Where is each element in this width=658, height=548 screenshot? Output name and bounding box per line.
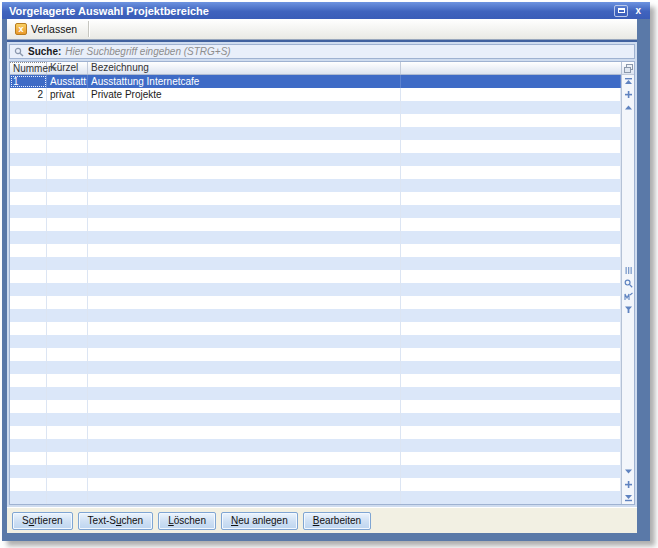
table-row[interactable]: [10, 478, 621, 491]
table-row[interactable]: [10, 127, 621, 140]
vertical-scrollbar[interactable]: [621, 62, 634, 504]
cell-kuerzel[interactable]: [47, 426, 88, 439]
table-row[interactable]: [10, 218, 621, 231]
scrollbar-grip[interactable]: [623, 265, 634, 276]
scroll-down-button[interactable]: [623, 479, 634, 490]
cell-rest[interactable]: [401, 296, 621, 309]
cell-nummer[interactable]: 2: [10, 88, 47, 101]
bearbeiten-button[interactable]: Bearbeiten: [303, 512, 371, 530]
cell-rest[interactable]: [401, 439, 621, 452]
table-row[interactable]: [10, 114, 621, 127]
cell-rest[interactable]: [401, 101, 621, 114]
grid-search-button[interactable]: [623, 278, 634, 289]
cell-rest[interactable]: [401, 348, 621, 361]
table-row[interactable]: [10, 452, 621, 465]
cell-bezeichnung[interactable]: [88, 114, 401, 127]
table-row[interactable]: [10, 322, 621, 335]
cell-rest[interactable]: [401, 166, 621, 179]
cell-nummer[interactable]: [10, 348, 47, 361]
cell-rest[interactable]: [401, 465, 621, 478]
table-row[interactable]: [10, 348, 621, 361]
cell-nummer[interactable]: [10, 270, 47, 283]
cell-rest[interactable]: [401, 361, 621, 374]
table-row[interactable]: [10, 465, 621, 478]
table-row[interactable]: [10, 400, 621, 413]
cell-kuerzel[interactable]: [47, 296, 88, 309]
scroll-linedown-button[interactable]: [623, 466, 634, 477]
loeschen-button[interactable]: Löschen: [158, 512, 216, 530]
cell-rest[interactable]: [401, 374, 621, 387]
cell-nummer[interactable]: [10, 413, 47, 426]
cell-bezeichnung[interactable]: [88, 335, 401, 348]
cell-rest[interactable]: [401, 75, 621, 88]
cell-nummer[interactable]: [10, 439, 47, 452]
table-row[interactable]: [10, 335, 621, 348]
table-row[interactable]: 1AusstattunAusstattung Internetcafe: [10, 75, 621, 88]
table-row[interactable]: [10, 101, 621, 114]
cell-rest[interactable]: [401, 140, 621, 153]
cell-bezeichnung[interactable]: [88, 270, 401, 283]
cell-kuerzel[interactable]: [47, 179, 88, 192]
cell-kuerzel[interactable]: [47, 205, 88, 218]
cell-bezeichnung[interactable]: [88, 101, 401, 114]
cell-bezeichnung[interactable]: [88, 426, 401, 439]
cell-rest[interactable]: [401, 192, 621, 205]
close-button[interactable]: x: [633, 5, 643, 17]
cell-nummer[interactable]: [10, 127, 47, 140]
cell-nummer[interactable]: [10, 153, 47, 166]
column-chooser-button[interactable]: [622, 62, 634, 75]
cell-rest[interactable]: [401, 179, 621, 192]
cell-kuerzel[interactable]: [47, 465, 88, 478]
cell-kuerzel[interactable]: [47, 413, 88, 426]
cell-nummer[interactable]: [10, 400, 47, 413]
cell-kuerzel[interactable]: privat: [47, 88, 88, 101]
cell-rest[interactable]: [401, 400, 621, 413]
cell-bezeichnung[interactable]: [88, 166, 401, 179]
cell-nummer[interactable]: [10, 374, 47, 387]
cell-nummer[interactable]: [10, 309, 47, 322]
cell-bezeichnung[interactable]: [88, 127, 401, 140]
table-row[interactable]: 2privatPrivate Projekte: [10, 88, 621, 101]
table-row[interactable]: [10, 283, 621, 296]
titlebar[interactable]: Vorgelagerte Auswahl Projektbereiche x: [2, 2, 650, 19]
table-row[interactable]: [10, 231, 621, 244]
cell-rest[interactable]: [401, 127, 621, 140]
cell-rest[interactable]: [401, 322, 621, 335]
cell-rest[interactable]: [401, 153, 621, 166]
table-row[interactable]: [10, 153, 621, 166]
cell-nummer[interactable]: [10, 218, 47, 231]
cell-rest[interactable]: [401, 114, 621, 127]
cell-bezeichnung[interactable]: [88, 439, 401, 452]
cell-bezeichnung[interactable]: [88, 231, 401, 244]
cell-bezeichnung[interactable]: Private Projekte: [88, 88, 401, 101]
table-row[interactable]: [10, 374, 621, 387]
search-input[interactable]: Suche: Hier Suchbegriff eingeben (STRG+S…: [9, 44, 635, 59]
cell-nummer[interactable]: [10, 244, 47, 257]
cell-bezeichnung[interactable]: [88, 192, 401, 205]
cell-kuerzel[interactable]: [47, 400, 88, 413]
cell-kuerzel[interactable]: [47, 231, 88, 244]
cell-kuerzel[interactable]: [47, 387, 88, 400]
cell-rest[interactable]: [401, 478, 621, 491]
scroll-bottom-button[interactable]: [623, 492, 634, 503]
table-row[interactable]: [10, 166, 621, 179]
cell-nummer[interactable]: [10, 283, 47, 296]
cell-bezeichnung[interactable]: [88, 140, 401, 153]
restore-button[interactable]: [614, 5, 628, 17]
cell-bezeichnung[interactable]: [88, 309, 401, 322]
cell-kuerzel[interactable]: [47, 491, 88, 504]
cell-bezeichnung[interactable]: [88, 218, 401, 231]
cell-nummer[interactable]: [10, 478, 47, 491]
column-header-kuerzel[interactable]: Kürzel: [47, 62, 88, 74]
cell-kuerzel[interactable]: [47, 283, 88, 296]
sortieren-button[interactable]: Sortieren: [12, 512, 73, 530]
cell-nummer[interactable]: [10, 361, 47, 374]
table-row[interactable]: [10, 257, 621, 270]
cell-nummer[interactable]: [10, 452, 47, 465]
column-header-bezeichnung[interactable]: Bezeichnung: [88, 62, 401, 74]
table-row[interactable]: [10, 439, 621, 452]
table-row[interactable]: [10, 270, 621, 283]
table-row[interactable]: [10, 309, 621, 322]
cell-bezeichnung[interactable]: [88, 296, 401, 309]
cell-rest[interactable]: [401, 218, 621, 231]
